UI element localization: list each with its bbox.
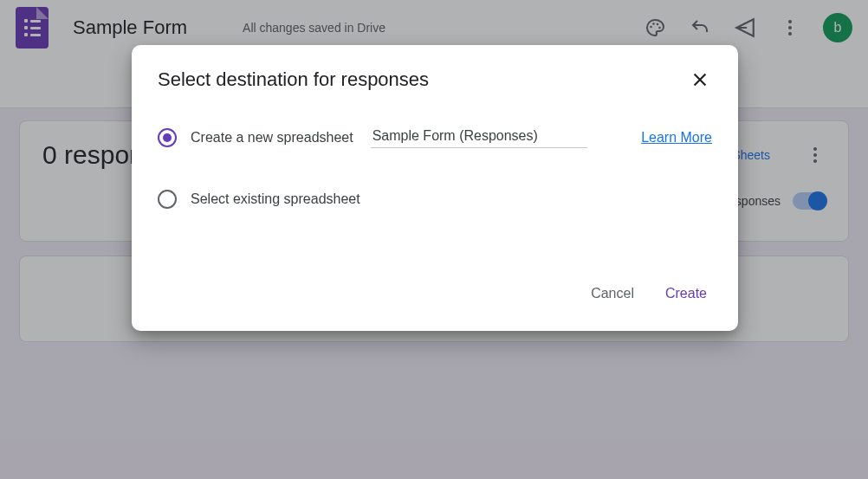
select-destination-dialog: Select destination for responses Create … (132, 45, 738, 331)
dialog-header: Select destination for responses (132, 45, 738, 92)
cancel-button[interactable]: Cancel (587, 281, 638, 307)
learn-more-link[interactable]: Learn More (641, 130, 712, 146)
dialog-footer: Cancel Create (132, 281, 738, 331)
create-button[interactable]: Create (662, 281, 710, 307)
option-new-label: Create a new spreadsheet (191, 130, 353, 146)
close-icon (690, 70, 709, 89)
new-spreadsheet-name-input[interactable] (371, 126, 587, 148)
option-existing-label: Select existing spreadsheet (191, 191, 360, 207)
dialog-title: Select destination for responses (158, 68, 429, 91)
option-new-spreadsheet[interactable]: Create a new spreadsheet Learn More (158, 126, 712, 148)
radio-selected-icon[interactable] (158, 128, 177, 147)
radio-unselected-icon[interactable] (158, 190, 177, 209)
dialog-body: Create a new spreadsheet Learn More Sele… (132, 92, 738, 209)
close-button[interactable] (688, 68, 712, 92)
app-root: Sample Form All changes saved in Drive b… (0, 0, 868, 479)
option-existing-spreadsheet[interactable]: Select existing spreadsheet (158, 190, 712, 209)
